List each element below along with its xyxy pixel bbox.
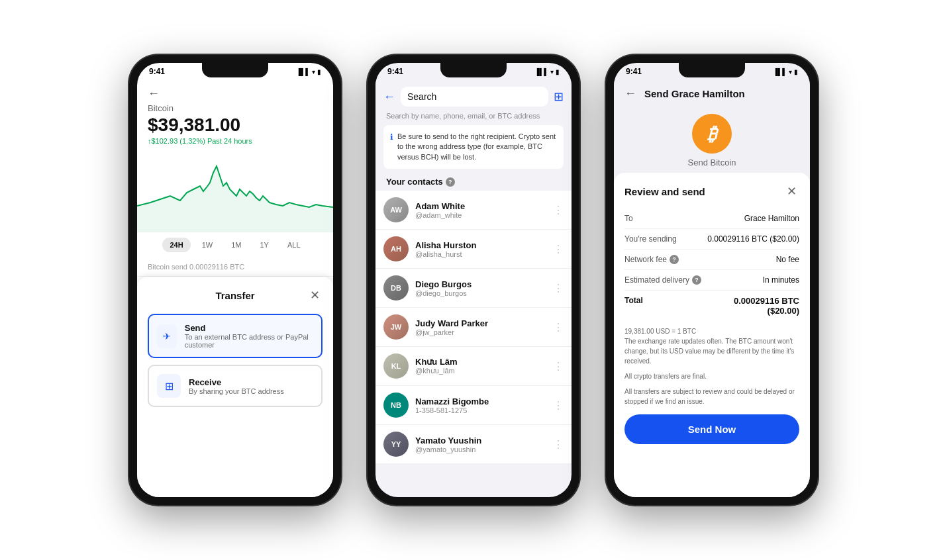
send-now-button[interactable]: Send Now [624,414,799,444]
btc-hero: ₿ Send Bitcoin [614,106,810,173]
avatar-namazzi: NB [383,393,409,418]
status-bar-2: 9:41 ▐▌▌ ▾ ▮ [375,63,572,79]
help-icon[interactable]: ? [446,177,455,187]
more-icon-adam[interactable]: ⋮ [553,204,564,216]
back-button-1[interactable]: ← [148,87,323,101]
phone-2: 9:41 ▐▌▌ ▾ ▮ ← Search ⊞ Search by name, … [368,55,579,505]
status-icons-2: ▐▌▌ ▾ ▮ [534,68,560,75]
screen-content-2: ← Search ⊞ Search by name, phone, email,… [375,63,572,497]
avatar-judy: JW [383,314,409,340]
transfer-final-note: All crypto transfers are final. [624,371,799,381]
more-icon-judy[interactable]: ⋮ [553,321,564,334]
contact-info-khuu: Khưu Lâm @khưu_lâm [415,357,553,375]
avatar-khuu: KL [383,353,409,379]
transfer-modal: Transfer ✕ ✈ Send To an external BTC add… [137,277,333,497]
contact-name-khuu: Khưu Lâm [415,357,553,367]
review-row-delivery: Estimated delivery ? In minutes [624,270,799,291]
contacts-section-title: Your contacts ? [375,174,572,191]
screen-content-1: ← Bitcoin $39,381.00 ↑$102.93 (1.32%) Pa… [137,63,333,497]
contact-item-adam[interactable]: AW Adam White @adam_white ⋮ [375,191,572,230]
contact-name-yamato: Yamato Yuushin [415,436,553,445]
contact-handle-judy: @jw_parker [415,328,553,336]
contact-item-yamato[interactable]: YY Yamato Yuushin @yamato_yuushin ⋮ [375,425,572,464]
contact-handle-alisha: @alisha_hurst [415,250,553,258]
contact-name-judy: Judy Ward Parker [415,318,553,328]
btc-icon: ₿ [692,114,732,154]
phone-1: 9:41 ▐▌▌ ▾ ▮ ← Bitcoin $39,381.00 ↑$102.… [129,55,341,505]
contact-item-judy[interactable]: JW Judy Ward Parker @jw_parker ⋮ [375,308,572,347]
search-topbar: ← Search ⊞ [375,81,572,112]
contact-name-namazzi: Namazzi Bigombe [415,397,553,406]
review-row-sending: You're sending 0.00029116 BTC ($20.00) [624,229,799,250]
search-label[interactable]: Search [407,91,542,102]
bottom-info: Bitcoin send 0.00029116 BTC [137,257,333,277]
avatar-yamato: YY [383,432,409,457]
send-option[interactable]: ✈ Send To an external BTC address or Pay… [148,314,323,358]
contact-item-khuu[interactable]: KL Khưu Lâm @khưu_lâm ⋮ [375,347,572,386]
more-icon-yamato[interactable]: ⋮ [553,438,564,451]
contact-handle-adam: @adam_white [415,211,553,219]
tab-1y[interactable]: 1Y [252,238,275,252]
tab-all[interactable]: ALL [280,238,308,252]
modal-header: Transfer ✕ [148,287,323,303]
contact-info-namazzi: Namazzi Bigombe 1-358-581-1275 [415,397,553,414]
contact-item-diego[interactable]: DB Diego Burgos @diego_burgos ⋮ [375,269,572,308]
review-value-fee: No fee [776,255,799,264]
status-bar-3: 9:41 ▐▌▌ ▾ ▮ [614,63,810,79]
send-header: ← Send Grace Hamilton [614,81,810,106]
review-label-sending: You're sending [624,234,677,244]
screen-content-3: ← Send Grace Hamilton ₿ Send Bitcoin Rev… [614,63,810,497]
receive-option[interactable]: ⊞ Receive By sharing your BTC address [148,365,323,407]
delivery-help-icon[interactable]: ? [692,275,701,285]
status-bar-1: 9:41 ▐▌▌ ▾ ▮ [137,63,333,79]
review-modal: Review and send ✕ To Grace Hamilton You'… [614,173,810,497]
avatar-alisha: AH [383,236,409,261]
contact-name-adam: Adam White [415,201,553,211]
modal-title: Transfer [164,290,307,301]
tab-1w[interactable]: 1W [195,238,221,252]
bitcoin-change: ↑$102.93 (1.32%) Past 24 hours [148,137,323,145]
send-title: Send Grace Hamilton [644,88,745,99]
modal-close-button[interactable]: ✕ [307,287,323,303]
contact-info-adam: Adam White @adam_white [415,201,553,219]
avatar-diego: DB [383,275,409,301]
fee-help-icon[interactable]: ? [670,255,679,264]
qr-icon[interactable]: ⊞ [554,89,564,104]
receive-icon: ⊞ [157,374,181,398]
contact-info-alisha: Alisha Hurston @alisha_hurst [415,240,553,258]
info-icon: ℹ [390,132,393,162]
review-modal-title: Review and send [624,186,705,197]
contact-handle-diego: @diego_burgos [415,289,553,297]
review-modal-close[interactable]: ✕ [783,183,799,199]
review-label-to: To [624,214,633,223]
contact-item-alisha[interactable]: AH Alisha Hurston @alisha_hurst ⋮ [375,230,572,269]
send-icon: ✈ [157,324,177,348]
contact-item-namazzi[interactable]: NB Namazzi Bigombe 1-358-581-1275 ⋮ [375,386,572,425]
back-button-2[interactable]: ← [383,90,395,104]
review-label-delivery: Estimated delivery ? [624,275,701,285]
receive-description: By sharing your BTC address [189,387,284,395]
review-row-fee: Network fee ? No fee [624,250,799,270]
back-button-3[interactable]: ← [624,87,636,101]
status-time-1: 9:41 [149,67,165,76]
transfer-review-note: All transfers are subject to review and … [624,387,799,406]
review-label-total: Total [624,296,643,305]
contacts-list: AW Adam White @adam_white ⋮ AH Alisha Hu… [375,191,572,464]
contact-name-diego: Diego Burgos [415,279,553,289]
send-description: To an external BTC address or PayPal cus… [185,333,313,349]
phone-3: 9:41 ▐▌▌ ▾ ▮ ← Send Grace Hamilton ₿ Sen… [606,55,818,505]
receive-option-text: Receive By sharing your BTC address [189,377,284,395]
hero-label: Send Bitcoin [688,158,736,167]
bitcoin-header: ← Bitcoin $39,381.00 ↑$102.93 (1.32%) Pa… [137,81,333,153]
time-filter-bar: 24H 1W 1M 1Y ALL [137,232,333,257]
more-icon-namazzi[interactable]: ⋮ [553,399,564,412]
warning-text: Be sure to send to the right recipient. … [397,132,557,162]
more-icon-alisha[interactable]: ⋮ [553,243,564,256]
more-icon-khuu[interactable]: ⋮ [553,360,564,373]
tab-1m[interactable]: 1M [224,238,248,252]
receive-label: Receive [189,377,284,387]
tab-24h[interactable]: 24H [162,238,190,252]
contact-info-yamato: Yamato Yuushin @yamato_yuushin [415,436,553,453]
more-icon-diego[interactable]: ⋮ [553,282,564,295]
review-label-fee: Network fee ? [624,255,679,264]
